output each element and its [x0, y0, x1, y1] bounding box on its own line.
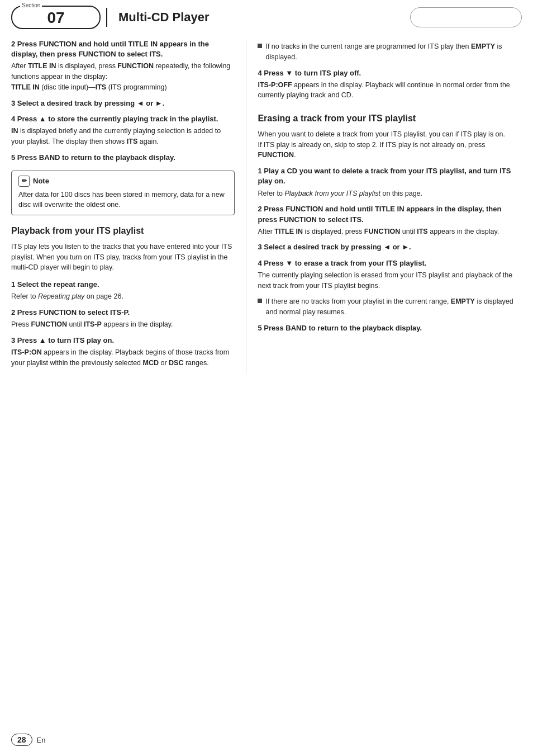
- bullet-1-text: If no tracks in the current range are pr…: [265, 41, 522, 63]
- note-header: ✏ Note: [18, 176, 227, 187]
- playback-heading: Playback from your ITS playlist: [11, 225, 235, 237]
- right-column: If no tracks in the current range are pr…: [246, 39, 522, 374]
- section-label: Section: [20, 2, 42, 8]
- step-2-title: 2 Press FUNCTION and hold until TITLE IN…: [11, 39, 235, 59]
- footer-language: En: [37, 736, 46, 744]
- erase-step-4-title: 4 Press ▼ to erase a track from your ITS…: [258, 258, 522, 268]
- step-4: 4 Press ▲ to store the currently playing…: [11, 114, 235, 147]
- step-5: 5 Press BAND to return to the playback d…: [11, 153, 235, 163]
- step-4-title: 4 Press ▲ to store the currently playing…: [11, 114, 235, 124]
- note-text: After data for 100 discs has been stored…: [18, 190, 227, 211]
- bullet-square-icon: [258, 44, 262, 48]
- erase-step-3: 3 Select a desired track by pressing ◄ o…: [258, 242, 522, 252]
- step-2: 2 Press FUNCTION and hold until TITLE IN…: [11, 39, 235, 93]
- step-5-title: 5 Press BAND to return to the playback d…: [11, 153, 235, 163]
- right-step-4-title: 4 Press ▼ to turn ITS play off.: [258, 68, 522, 78]
- note-box: ✏ Note After data for 100 discs has been…: [11, 171, 235, 216]
- step-4-body: IN is displayed briefly and the currentl…: [11, 126, 235, 147]
- erase-step-4-body: The currently playing selection is erase…: [258, 270, 522, 291]
- erase-bullet-1: If there are no tracks from your playlis…: [258, 296, 522, 318]
- pb-step-1-title: 1 Select the repeat range.: [11, 280, 235, 290]
- erase-step-2-body: After TITLE IN is displayed, press FUNCT…: [258, 226, 522, 237]
- pb-step-3-title: 3 Press ▲ to turn ITS play on.: [11, 336, 235, 346]
- header-right-box: [410, 7, 522, 27]
- erase-intro: When you want to delete a track from you…: [258, 129, 522, 160]
- bullet-1: If no tracks in the current range are pr…: [258, 41, 522, 63]
- pb-step-1: 1 Select the repeat range. Refer to Repe…: [11, 280, 235, 302]
- right-step-4: 4 Press ▼ to turn ITS play off. ITS-P:OF…: [258, 68, 522, 101]
- erase-step-1-body: Refer to Playback from your ITS playlist…: [258, 188, 522, 199]
- erase-step-1-title: 1 Play a CD you want to delete a track f…: [258, 166, 522, 186]
- right-step-4-body: ITS-P:OFF appears in the display. Playba…: [258, 80, 522, 101]
- header: Section 07 Multi-CD Player: [0, 0, 533, 29]
- section-box: Section 07: [11, 6, 101, 29]
- erase-step-5: 5 Press BAND to return to the playback d…: [258, 323, 522, 333]
- step-3: 3 Select a desired track by pressing ◄ o…: [11, 98, 235, 108]
- pb-step-1-body: Refer to Repeating play on page 26.: [11, 291, 235, 302]
- left-column: 2 Press FUNCTION and hold until TITLE IN…: [11, 39, 246, 374]
- pb-step-2-body: Press FUNCTION until ITS-P appears in th…: [11, 319, 235, 330]
- erase-step-2: 2 Press FUNCTION and hold until TITLE IN…: [258, 204, 522, 237]
- note-label: Note: [33, 177, 49, 185]
- erase-bullet-1-text: If there are no tracks from your playlis…: [265, 296, 522, 318]
- pb-step-3-body: ITS-P:ON appears in the display. Playbac…: [11, 347, 235, 368]
- erase-step-4: 4 Press ▼ to erase a track from your ITS…: [258, 258, 522, 291]
- erase-bullet-square-icon: [258, 299, 262, 303]
- erase-step-1: 1 Play a CD you want to delete a track f…: [258, 166, 522, 199]
- note-icon: ✏: [18, 176, 30, 187]
- page: Section 07 Multi-CD Player 2 Press FUNCT…: [0, 0, 533, 756]
- pb-step-2-title: 2 Press FUNCTION to select ITS-P.: [11, 308, 235, 318]
- footer: 28 En: [11, 734, 45, 746]
- step-3-title: 3 Select a desired track by pressing ◄ o…: [11, 98, 235, 108]
- content: 2 Press FUNCTION and hold until TITLE IN…: [0, 29, 533, 385]
- erase-step-5-title: 5 Press BAND to return to the playback d…: [258, 323, 522, 333]
- playback-intro: ITS play lets you listen to the tracks t…: [11, 242, 235, 273]
- pb-step-3: 3 Press ▲ to turn ITS play on. ITS-P:ON …: [11, 336, 235, 368]
- erase-heading: Erasing a track from your ITS playlist: [258, 113, 522, 125]
- erase-step-2-title: 2 Press FUNCTION and hold until TITLE IN…: [258, 204, 522, 224]
- section-number: 07: [39, 8, 72, 27]
- step-2-body: After TITLE IN is displayed, press FUNCT…: [11, 61, 235, 92]
- page-title: Multi-CD Player: [106, 8, 221, 27]
- erase-step-3-title: 3 Select a desired track by pressing ◄ o…: [258, 242, 522, 252]
- pb-step-2: 2 Press FUNCTION to select ITS-P. Press …: [11, 308, 235, 330]
- page-number: 28: [11, 734, 32, 746]
